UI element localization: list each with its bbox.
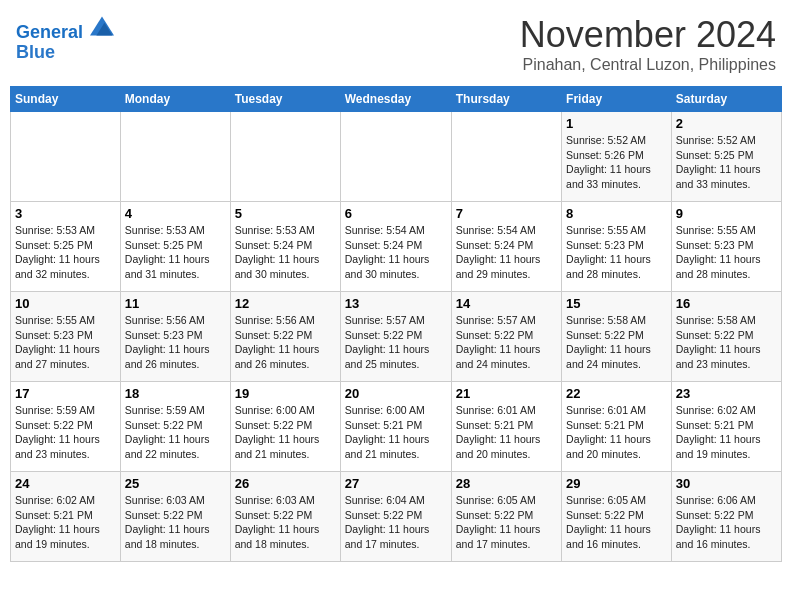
week-row-2: 3Sunrise: 5:53 AM Sunset: 5:25 PM Daylig…	[11, 202, 782, 292]
day-number: 17	[15, 386, 116, 401]
week-row-3: 10Sunrise: 5:55 AM Sunset: 5:23 PM Dayli…	[11, 292, 782, 382]
day-number: 29	[566, 476, 667, 491]
day-info: Sunrise: 6:00 AM Sunset: 5:21 PM Dayligh…	[345, 403, 447, 462]
day-info: Sunrise: 5:58 AM Sunset: 5:22 PM Dayligh…	[676, 313, 777, 372]
calendar-cell: 23Sunrise: 6:02 AM Sunset: 5:21 PM Dayli…	[671, 382, 781, 472]
day-info: Sunrise: 6:05 AM Sunset: 5:22 PM Dayligh…	[456, 493, 557, 552]
calendar-cell	[340, 112, 451, 202]
calendar-cell: 30Sunrise: 6:06 AM Sunset: 5:22 PM Dayli…	[671, 472, 781, 562]
calendar-cell: 14Sunrise: 5:57 AM Sunset: 5:22 PM Dayli…	[451, 292, 561, 382]
month-title: November 2024	[520, 14, 776, 56]
day-number: 3	[15, 206, 116, 221]
day-info: Sunrise: 6:03 AM Sunset: 5:22 PM Dayligh…	[235, 493, 336, 552]
logo-blue: Blue	[16, 43, 114, 63]
day-number: 5	[235, 206, 336, 221]
day-info: Sunrise: 5:59 AM Sunset: 5:22 PM Dayligh…	[15, 403, 116, 462]
calendar-cell	[11, 112, 121, 202]
day-info: Sunrise: 6:01 AM Sunset: 5:21 PM Dayligh…	[456, 403, 557, 462]
day-number: 4	[125, 206, 226, 221]
day-info: Sunrise: 5:55 AM Sunset: 5:23 PM Dayligh…	[676, 223, 777, 282]
day-number: 6	[345, 206, 447, 221]
day-number: 21	[456, 386, 557, 401]
calendar-cell: 5Sunrise: 5:53 AM Sunset: 5:24 PM Daylig…	[230, 202, 340, 292]
calendar-cell: 13Sunrise: 5:57 AM Sunset: 5:22 PM Dayli…	[340, 292, 451, 382]
calendar-cell	[230, 112, 340, 202]
weekday-header-saturday: Saturday	[671, 87, 781, 112]
day-number: 15	[566, 296, 667, 311]
day-number: 27	[345, 476, 447, 491]
day-info: Sunrise: 5:52 AM Sunset: 5:25 PM Dayligh…	[676, 133, 777, 192]
day-number: 18	[125, 386, 226, 401]
day-info: Sunrise: 6:05 AM Sunset: 5:22 PM Dayligh…	[566, 493, 667, 552]
day-number: 10	[15, 296, 116, 311]
calendar-cell: 26Sunrise: 6:03 AM Sunset: 5:22 PM Dayli…	[230, 472, 340, 562]
calendar-cell: 7Sunrise: 5:54 AM Sunset: 5:24 PM Daylig…	[451, 202, 561, 292]
calendar-cell: 18Sunrise: 5:59 AM Sunset: 5:22 PM Dayli…	[120, 382, 230, 472]
day-info: Sunrise: 5:54 AM Sunset: 5:24 PM Dayligh…	[456, 223, 557, 282]
weekday-header-sunday: Sunday	[11, 87, 121, 112]
calendar-cell: 1Sunrise: 5:52 AM Sunset: 5:26 PM Daylig…	[562, 112, 672, 202]
calendar-cell: 21Sunrise: 6:01 AM Sunset: 5:21 PM Dayli…	[451, 382, 561, 472]
day-number: 23	[676, 386, 777, 401]
day-info: Sunrise: 6:00 AM Sunset: 5:22 PM Dayligh…	[235, 403, 336, 462]
day-number: 8	[566, 206, 667, 221]
day-number: 25	[125, 476, 226, 491]
day-number: 19	[235, 386, 336, 401]
calendar-cell: 10Sunrise: 5:55 AM Sunset: 5:23 PM Dayli…	[11, 292, 121, 382]
title-section: November 2024 Pinahan, Central Luzon, Ph…	[520, 14, 776, 74]
day-info: Sunrise: 6:02 AM Sunset: 5:21 PM Dayligh…	[15, 493, 116, 552]
calendar-cell: 2Sunrise: 5:52 AM Sunset: 5:25 PM Daylig…	[671, 112, 781, 202]
day-number: 28	[456, 476, 557, 491]
day-number: 14	[456, 296, 557, 311]
day-info: Sunrise: 5:54 AM Sunset: 5:24 PM Dayligh…	[345, 223, 447, 282]
calendar-cell: 3Sunrise: 5:53 AM Sunset: 5:25 PM Daylig…	[11, 202, 121, 292]
day-info: Sunrise: 6:01 AM Sunset: 5:21 PM Dayligh…	[566, 403, 667, 462]
day-number: 1	[566, 116, 667, 131]
calendar-cell: 22Sunrise: 6:01 AM Sunset: 5:21 PM Dayli…	[562, 382, 672, 472]
day-number: 11	[125, 296, 226, 311]
day-number: 26	[235, 476, 336, 491]
calendar-table: SundayMondayTuesdayWednesdayThursdayFrid…	[10, 86, 782, 562]
day-info: Sunrise: 5:53 AM Sunset: 5:24 PM Dayligh…	[235, 223, 336, 282]
day-info: Sunrise: 5:57 AM Sunset: 5:22 PM Dayligh…	[456, 313, 557, 372]
day-info: Sunrise: 5:57 AM Sunset: 5:22 PM Dayligh…	[345, 313, 447, 372]
day-number: 30	[676, 476, 777, 491]
day-number: 16	[676, 296, 777, 311]
calendar-cell: 24Sunrise: 6:02 AM Sunset: 5:21 PM Dayli…	[11, 472, 121, 562]
calendar-cell: 15Sunrise: 5:58 AM Sunset: 5:22 PM Dayli…	[562, 292, 672, 382]
calendar-cell: 17Sunrise: 5:59 AM Sunset: 5:22 PM Dayli…	[11, 382, 121, 472]
location-title: Pinahan, Central Luzon, Philippines	[520, 56, 776, 74]
day-number: 22	[566, 386, 667, 401]
day-info: Sunrise: 5:56 AM Sunset: 5:22 PM Dayligh…	[235, 313, 336, 372]
day-info: Sunrise: 5:55 AM Sunset: 5:23 PM Dayligh…	[15, 313, 116, 372]
day-info: Sunrise: 5:56 AM Sunset: 5:23 PM Dayligh…	[125, 313, 226, 372]
calendar-cell: 28Sunrise: 6:05 AM Sunset: 5:22 PM Dayli…	[451, 472, 561, 562]
calendar-cell: 8Sunrise: 5:55 AM Sunset: 5:23 PM Daylig…	[562, 202, 672, 292]
day-info: Sunrise: 6:04 AM Sunset: 5:22 PM Dayligh…	[345, 493, 447, 552]
week-row-4: 17Sunrise: 5:59 AM Sunset: 5:22 PM Dayli…	[11, 382, 782, 472]
calendar-cell: 6Sunrise: 5:54 AM Sunset: 5:24 PM Daylig…	[340, 202, 451, 292]
week-row-5: 24Sunrise: 6:02 AM Sunset: 5:21 PM Dayli…	[11, 472, 782, 562]
day-info: Sunrise: 5:55 AM Sunset: 5:23 PM Dayligh…	[566, 223, 667, 282]
day-info: Sunrise: 5:53 AM Sunset: 5:25 PM Dayligh…	[125, 223, 226, 282]
logo-text: General	[16, 14, 114, 43]
calendar-cell: 20Sunrise: 6:00 AM Sunset: 5:21 PM Dayli…	[340, 382, 451, 472]
calendar-cell: 16Sunrise: 5:58 AM Sunset: 5:22 PM Dayli…	[671, 292, 781, 382]
day-number: 13	[345, 296, 447, 311]
day-number: 20	[345, 386, 447, 401]
day-info: Sunrise: 6:06 AM Sunset: 5:22 PM Dayligh…	[676, 493, 777, 552]
calendar-cell: 19Sunrise: 6:00 AM Sunset: 5:22 PM Dayli…	[230, 382, 340, 472]
calendar-cell: 29Sunrise: 6:05 AM Sunset: 5:22 PM Dayli…	[562, 472, 672, 562]
calendar-cell: 25Sunrise: 6:03 AM Sunset: 5:22 PM Dayli…	[120, 472, 230, 562]
day-info: Sunrise: 5:53 AM Sunset: 5:25 PM Dayligh…	[15, 223, 116, 282]
calendar-cell: 27Sunrise: 6:04 AM Sunset: 5:22 PM Dayli…	[340, 472, 451, 562]
header-row: SundayMondayTuesdayWednesdayThursdayFrid…	[11, 87, 782, 112]
calendar-cell: 11Sunrise: 5:56 AM Sunset: 5:23 PM Dayli…	[120, 292, 230, 382]
weekday-header-friday: Friday	[562, 87, 672, 112]
weekday-header-tuesday: Tuesday	[230, 87, 340, 112]
day-number: 24	[15, 476, 116, 491]
calendar-cell	[120, 112, 230, 202]
weekday-header-monday: Monday	[120, 87, 230, 112]
calendar-cell: 9Sunrise: 5:55 AM Sunset: 5:23 PM Daylig…	[671, 202, 781, 292]
day-number: 7	[456, 206, 557, 221]
